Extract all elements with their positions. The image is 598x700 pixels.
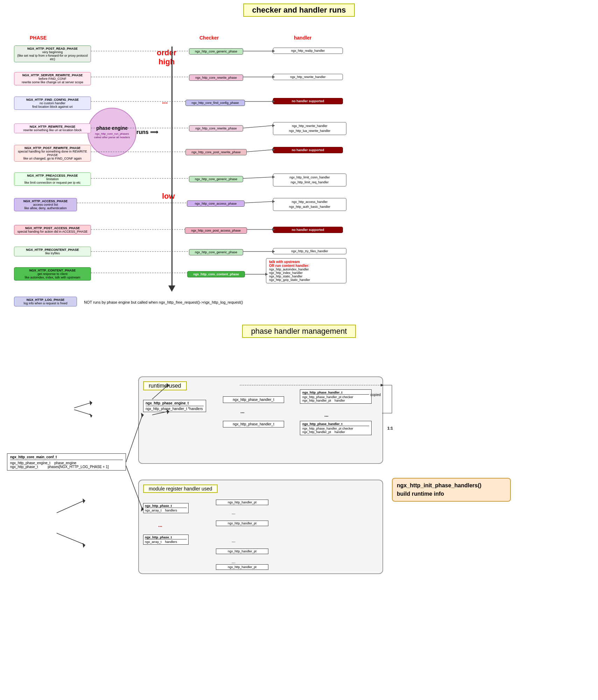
phase-server-rewrite: NGX_HTTP_SERVER_REWRITE_PHASE before FIN… [14,72,91,85]
svg-line-46 [57,533,84,544]
main-flow-arrow [171,47,173,288]
checker-8: ngx_http_core_post_access_phase [185,227,247,234]
order-high: orderhigh [157,48,176,67]
svg-line-34 [74,403,91,408]
main-conf-struct: ngx_http_core_main_conf_t ngx_http_phase… [7,453,126,471]
phase-t-struct-1: ngx_http_phase_t ngx_array_t handlers [143,503,189,513]
ngx-init-box: ngx_http_init_phase_handlers()build runt… [392,478,511,502]
module-container: module register handler used ngx_http_ph… [138,480,383,574]
runs-label: runs ⟹ [136,129,158,135]
checker-header: Checker [199,35,219,41]
handler-10: talk with upstream OR run content handle… [266,258,346,283]
runtime-dots: ... [240,409,245,414]
checker-4: ngx_http_core_rewrite_phase [189,125,243,132]
phase-handler-struct-1: ngx_http_phase_handler_t [223,396,284,403]
top-diagram: PHASE Checker handler orderhigh ... low … [0,20,598,321]
handler-pt-2: ngx_http_handler_pt [216,521,268,526]
svg-line-18 [247,150,272,152]
svg-line-44 [57,501,84,513]
svg-line-16 [243,126,272,128]
bottom-title: phase handler management [242,325,356,338]
phase-engine-sublabel: ngx_http_core_run_phasescalled after par… [94,132,130,140]
phase-access: NGX_HTTP_ACCESS_PHASE access control lis… [14,198,77,211]
bottom-section: phase handler management ngx_http_core_m… [0,325,598,590]
phase-t-struct-2: ngx_http_phase_t ngx_array_t handlers [143,535,189,545]
module-dots: ... [158,522,162,528]
checker-10: ngx_http_core_content_phase [187,271,245,277]
phase-log: NGX_HTTP_LOG_PHASE log info when a reque… [14,297,77,306]
one-to-one-label: 1:1 [387,426,393,430]
runtime-label: runtime used [143,381,187,390]
phase-rewrite: NGX_HTTP_REWRITE_PHASE rewrite something… [14,123,91,133]
phase-preaccess: NGX_HTTP_PREACCESS_PHASE limitation like… [14,172,91,186]
runtime-container: runtime used ngx_http_phase_engine_t ngx… [138,376,383,464]
handler-3: no handler supported [273,98,343,104]
order-ellipsis: ... [162,97,168,105]
phase-post-access: NGX_HTTP_POST_ACCESS_PHASE special handi… [14,225,91,235]
handler-pt-3: ngx_http_handler_pt [216,549,268,554]
svg-marker-47 [83,543,85,548]
top-section: checker and handler runs PHASE Checker h… [0,0,598,321]
svg-line-36 [74,410,91,415]
checker-3: ngx_http_core_find_config_phase [185,100,245,106]
phase-handler-struct-2: ngx_http_phase_handler_t [223,421,284,427]
handler-4: ngx_http_rewrite_handlerngx_http_lua_rew… [273,122,346,135]
main-flow-arrowhead [168,285,175,292]
handler-pt-dots-3: ... [232,559,235,564]
copied-label: copied [371,393,381,397]
runtime-dots-2: ... [324,412,329,418]
module-label: module register handler used [143,485,218,493]
main-title: checker and handler runs [243,3,355,17]
handler-2: ngx_http_rewrite_handler [273,74,343,80]
handler-6: ngx_http_limit_conn_handlerngx_http_limi… [273,174,346,186]
order-low: low [162,192,175,201]
handler-9: ngx_http_try_files_handler [273,248,346,254]
checker-1: ngx_http_core_generic_phase [189,48,243,55]
handler-7: ngx_http_access_handlerngx_http_auth_bas… [273,198,346,211]
phase-engine-label: phase engine [94,125,130,131]
handler-5: no handler supported [273,147,343,153]
checker-5: ngx_http_core_post_rewrite_phase [185,149,247,155]
phase-precontent: NGX_HTTP_PRECONTENT_PHASE like tryfiles [14,247,91,256]
phase-handler-detail-1: ngx_http_phase_handler_t ngx_http_phase_… [300,389,372,404]
handler-pt-dots-2: ... [232,538,235,543]
phase-header: PHASE [30,35,47,41]
phase-handler-detail-2: ngx_http_phase_handler_t ngx_http_phase_… [300,421,372,435]
phase-content: NGX_HTTP_CONTENT_PHASE get response to c… [14,267,91,281]
checker-6: ngx_http_core_generic_phase [189,176,243,182]
checker-9: ngx_http_core_generic_phase [189,249,243,255]
phase-post-rewrite: NGX_HTTP_POST_REWRITE_PHASE special hand… [14,145,91,162]
handler-1: ngx_http_realip_handler [273,48,343,54]
phase-find-config: NGX_HTTP_FIND_CONFIG_PHASE no custom han… [14,97,91,110]
handler-8: no handler supported [273,227,343,233]
svg-marker-37 [90,413,92,418]
checker-7: ngx_http_core_access_phase [187,200,245,207]
handler-pt-1: ngx_http_handler_pt [216,500,268,505]
svg-marker-45 [83,499,85,503]
handler-pt-dots-1: ... [232,510,235,515]
phase-engine-circle: phase engine ngx_http_core_run_phasescal… [87,108,136,157]
log-note: NOT runs by phase engine but called when… [84,300,243,304]
phase-post-read: NGX_HTTP_POST_READ_PHASE very beginning … [14,45,91,62]
svg-line-20 [243,177,272,178]
handler-pt-4: ngx_http_handler_pt [216,564,268,570]
svg-line-22 [245,201,272,203]
bottom-diagram: ngx_http_core_main_conf_t ngx_http_phase… [7,345,595,590]
phase-engine-struct: ngx_http_phase_engine_t ngx_http_phase_h… [143,400,206,412]
handler-header: handler [294,35,312,41]
svg-marker-35 [90,401,92,405]
checker-2: ngx_http_core_rewrite_phase [189,75,243,81]
